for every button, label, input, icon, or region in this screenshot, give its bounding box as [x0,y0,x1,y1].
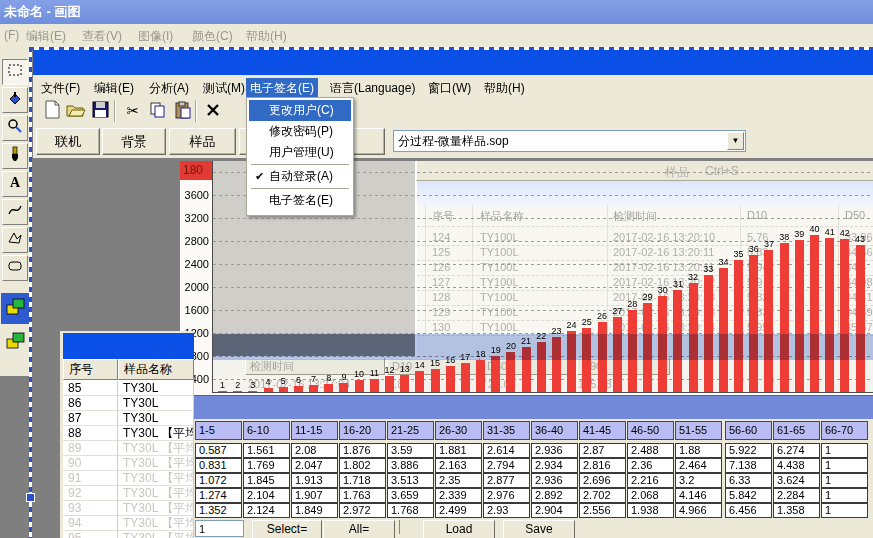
sample-list-titlebar[interactable] [63,333,194,359]
sample-row-no[interactable]: 93 [63,501,118,516]
paint-menu-item[interactable]: (F) [4,28,19,42]
open-button[interactable] [64,99,88,124]
bar [446,366,455,393]
sample-row-no[interactable]: 88 [63,426,118,441]
footer-button-all[interactable]: All= [323,520,395,538]
cut-button[interactable]: ✂ [121,99,145,124]
sample-row-name[interactable]: TY30L 【平均】 [118,471,194,486]
distribution-column-header: 21-25 [387,421,434,440]
tool-fill-button[interactable] [2,87,28,113]
bar [400,375,409,393]
sample-row-no[interactable]: 95 [63,531,118,538]
new-file-button[interactable] [40,99,64,124]
footer-separator [399,520,400,534]
save-button[interactable] [88,99,112,124]
distribution-cell: 4.438 [773,458,820,473]
copy-button[interactable] [146,99,170,124]
tool-polygon-button[interactable] [2,227,28,253]
menu-item-更改用户[interactable]: 更改用户(C) [249,100,351,121]
sample-row-name[interactable]: TY30L [118,396,194,411]
footer-button-load[interactable]: Load [423,520,495,538]
screen: 未命名 - 画图 (F)编辑(E)查看(V)图像(I)颜色(C)帮助(H) A … [0,0,873,538]
distribution-column-header: 56-60 [725,421,772,440]
results-cell: TY100L [480,306,519,318]
sample-row-name[interactable]: TY30L 【平均】 [118,456,194,471]
selection-border-left[interactable] [29,47,32,538]
app-menu-item[interactable]: 测试(M) [199,78,249,99]
app-menu-item[interactable]: 电子签名(E) [246,78,318,99]
bar [385,376,394,393]
footer-button-select[interactable]: Select= [252,520,322,538]
distribution-cell: 6.274 [773,443,820,458]
count-input[interactable] [195,520,244,537]
sample-row-name[interactable]: TY30L 【平均】 [118,426,194,441]
distribution-column-header: 61-65 [773,421,820,440]
tool-brush-button[interactable] [2,143,28,169]
paint-menu-item[interactable]: 颜色(C) [192,28,233,45]
sample-row-no[interactable]: 91 [63,471,118,486]
app-menu-item[interactable]: 帮助(H) [480,78,529,99]
distribution-cell: 1 [821,488,868,503]
menu-item-电子签名[interactable]: 电子签名(E) [249,190,351,211]
paint-menu-item[interactable]: 帮助(H) [246,28,287,45]
sample-row-name[interactable]: TY30L 【平均】 [118,531,194,538]
sample-row-name[interactable]: TY30L 【平均】 [118,486,194,501]
sample-row-no[interactable]: 92 [63,486,118,501]
tool-rounded-rect-button[interactable] [2,255,28,281]
paste-button[interactable] [171,99,195,124]
selection-handle[interactable] [26,493,35,502]
menu-item-自动登录[interactable]: 自动登录(A)✔ [249,166,351,187]
option-paste-transparent-tile[interactable] [1,327,30,358]
results-column-header: 样品名称 [480,209,524,224]
selection-border-top[interactable] [29,47,873,50]
app-menu-item[interactable]: 文件(F) [37,78,84,99]
distribution-cell: 2.464 [675,458,722,473]
sample-row-name[interactable]: TY30L [118,411,194,426]
chevron-down-icon[interactable]: ▼ [727,132,744,150]
sample-row-name[interactable]: TY30L [118,381,194,396]
results-column-divider [472,205,473,333]
distribution-cell: 1.768 [387,503,434,518]
paint-menu-item[interactable]: 编辑(E) [26,28,66,45]
app-menu-item[interactable]: 编辑(E) [90,78,138,99]
distribution-cell: 2.068 [627,488,674,503]
tool-select-button[interactable] [2,59,28,85]
sample-row-no[interactable]: 89 [63,441,118,456]
menu-item-用户管理[interactable]: 用户管理(U) [249,142,351,163]
sample-row-name[interactable]: TY30L 【平均】 [118,516,194,531]
paint-menu-item[interactable]: 图像(I) [138,28,173,45]
chart-corner-label: 180 [180,161,213,180]
button-联机[interactable]: 联机 [36,128,100,155]
app-menu-item[interactable]: 分析(A) [145,78,193,99]
rounded-rect-icon [7,258,23,278]
results-window-menustrip: 样品 Ctrl+S [415,161,873,181]
button-背景[interactable]: 背景 [102,128,166,155]
distribution-cell: 1.358 [773,503,820,518]
sample-row-no[interactable]: 87 [63,411,118,426]
chart-x-axis-line [212,392,873,393]
sample-row-no[interactable]: 86 [63,396,118,411]
menu-item-修改密码[interactable]: 修改密码(P) [249,121,351,142]
app-menu-item[interactable]: 窗口(W) [424,78,475,99]
sample-row-no[interactable]: 90 [63,456,118,471]
footer-button-save[interactable]: Save [503,520,575,538]
option-paste-opaque-tile[interactable] [1,293,30,324]
tool-zoom-button[interactable] [2,115,28,141]
tool-text-button[interactable]: A [2,171,28,197]
distribution-column-header: 41-45 [579,421,626,440]
selected-row-band [213,334,873,360]
tool-curve-button[interactable] [2,199,28,225]
distribution-cell: 2.36 [627,458,674,473]
sop-combobox-value: 分过程-微量样品.sop [398,134,509,148]
sample-row-name[interactable]: TY30L 【平均】 [118,501,194,516]
app-menu-item[interactable]: 语言(Language) [326,78,419,99]
sop-combobox[interactable]: 分过程-微量样品.sop ▼ [393,130,746,152]
bar [415,371,424,393]
button-样品[interactable]: 样品 [169,128,236,155]
paint-menu-item[interactable]: 查看(V) [82,28,122,45]
sample-row-no[interactable]: 94 [63,516,118,531]
checkmark-icon: ✔ [255,166,267,187]
sample-row-no[interactable]: 85 [63,381,118,396]
delete-button[interactable] [201,99,225,124]
sample-row-name[interactable]: TY30L 【平均】 [118,441,194,456]
